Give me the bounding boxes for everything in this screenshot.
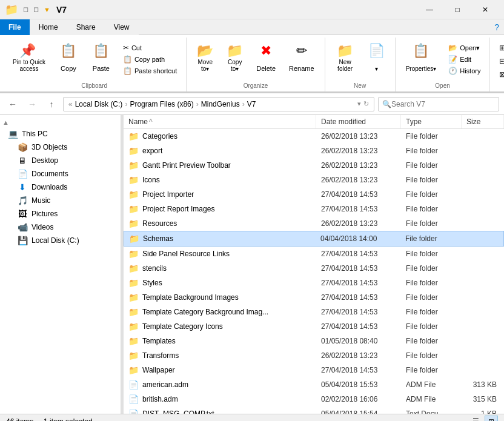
- sidebar-item-downloads[interactable]: ⬇ Downloads: [0, 181, 121, 194]
- paste-button[interactable]: 📋 Paste: [86, 40, 116, 75]
- help-button[interactable]: ?: [489, 19, 504, 35]
- sidebar-item-videos[interactable]: 📹 Videos: [0, 220, 121, 234]
- file-name: Styles: [142, 279, 162, 287]
- copy-button[interactable]: 📋 Copy: [53, 40, 84, 75]
- desktop-icon: 🖥: [17, 156, 28, 165]
- table-row[interactable]: 📁 Transforms 26/02/2018 13:23 File folde…: [124, 348, 504, 363]
- invert-icon: ⊠: [499, 70, 504, 79]
- breadcrumb-mindgenius: MindGenius: [201, 100, 240, 108]
- copy-path-icon: 📋: [123, 55, 132, 64]
- table-row[interactable]: 📄 DIST_MSG_COMP.txt 05/04/2018 15:54 Tex…: [124, 406, 504, 414]
- file-type-cell: File folder: [401, 292, 462, 303]
- sidebar-item-documents[interactable]: 📄 Documents: [0, 167, 121, 181]
- col-header-name[interactable]: Name ^: [124, 115, 316, 128]
- maximize-button[interactable]: □: [443, 0, 471, 19]
- table-row[interactable]: 📁 Gantt Print Preview Toolbar 26/02/2018…: [124, 158, 504, 173]
- table-row[interactable]: 📁 Wallpaper 27/04/2018 14:53 File folder: [124, 363, 504, 377]
- rename-button[interactable]: ✏ Rename: [284, 40, 320, 75]
- file-name: Gantt Print Preview Toolbar: [142, 161, 231, 170]
- open-label: Open: [400, 80, 485, 89]
- copy-icon: 📋: [60, 43, 76, 59]
- tiles-view-button[interactable]: ⊞: [485, 416, 498, 422]
- properties-button[interactable]: 📋 Properties▾: [400, 40, 442, 75]
- sidebar-item-pictures[interactable]: 🖼 Pictures: [0, 207, 121, 220]
- table-row[interactable]: 📁 Styles 27/04/2018 14:53 File folder: [124, 276, 504, 290]
- file-date-cell: 27/04/2018 14:53: [316, 321, 401, 332]
- tab-home[interactable]: Home: [30, 19, 67, 35]
- folder-icon: 📁: [128, 161, 139, 170]
- move-to-button[interactable]: 📂 Moveto▾: [191, 40, 219, 75]
- sidebar-item-this-pc[interactable]: 💻 This PC: [0, 127, 121, 141]
- table-row[interactable]: 📁 Project Report Images 27/04/2018 14:53…: [124, 202, 504, 216]
- cut-button[interactable]: ✂ Cut: [119, 42, 181, 53]
- tab-view[interactable]: View: [105, 19, 139, 35]
- open-button[interactable]: 📂 Open▾: [444, 42, 485, 53]
- close-button[interactable]: ✕: [471, 0, 499, 19]
- select-none-button[interactable]: ⊟ Select none: [495, 56, 504, 67]
- ribbon-content: 📌 Pin to Quickaccess 📋 Copy 📋 Paste: [0, 35, 504, 93]
- file-type-cell: ADM File: [401, 379, 462, 390]
- invert-selection-button[interactable]: ⊠ Invert selection: [495, 69, 504, 80]
- table-row[interactable]: 📁 export 26/02/2018 13:23 File folder: [124, 144, 504, 158]
- table-row[interactable]: 📄 british.adm 02/02/2018 16:06 ADM File …: [124, 392, 504, 406]
- table-row[interactable]: 📄 american.adm 05/04/2018 15:53 ADM File…: [124, 377, 504, 392]
- edit-button[interactable]: 📝 Edit: [444, 54, 485, 65]
- title-icon-2: ◻: [33, 5, 39, 13]
- pin-icon: 📌: [19, 43, 39, 59]
- select-label: Select: [495, 80, 504, 89]
- table-row[interactable]: 📁 Template Background Images 27/04/2018 …: [124, 290, 504, 305]
- file-name: stencils: [142, 264, 167, 273]
- file-date-cell: 02/02/2018 16:06: [316, 394, 401, 405]
- file-name: Templates: [142, 337, 176, 345]
- col-header-date[interactable]: Date modified: [316, 115, 401, 128]
- search-box: 🔍: [378, 97, 499, 111]
- table-row[interactable]: 📁 Project Importer 27/04/2018 14:53 File…: [124, 187, 504, 202]
- copy-path-button[interactable]: 📋 Copy path: [119, 54, 181, 65]
- select-all-button[interactable]: ⊞ Select all: [495, 42, 504, 53]
- search-input[interactable]: [391, 100, 495, 108]
- forward-button[interactable]: →: [24, 96, 40, 112]
- file-date-cell: 26/02/2018 13:23: [316, 218, 401, 229]
- folder-icon: 📁: [129, 234, 139, 244]
- table-row[interactable]: 📁 Resources 26/02/2018 13:23 File folder: [124, 216, 504, 231]
- details-view-button[interactable]: ☰: [469, 416, 482, 422]
- tab-file[interactable]: File: [0, 19, 30, 35]
- breadcrumb[interactable]: « Local Disk (C:) › Program Files (x86) …: [63, 97, 374, 111]
- new-folder-button[interactable]: 📁 Newfolder: [330, 40, 360, 75]
- file-date-cell: 27/04/2018 14:53: [316, 263, 401, 274]
- copy-label: Copy: [61, 65, 76, 72]
- new-item-icon: 📄: [368, 43, 385, 59]
- file-name-cell: 📁 Resources: [124, 217, 316, 230]
- table-row[interactable]: 📁 Templates 01/05/2018 08:40 File folder: [124, 334, 504, 348]
- breadcrumb-dropdown[interactable]: ▾: [357, 100, 361, 108]
- refresh-icon[interactable]: ↻: [363, 100, 369, 108]
- copy-to-button[interactable]: 📁 Copyto▾: [221, 40, 248, 75]
- history-button[interactable]: 🕐 History: [444, 65, 485, 76]
- pin-to-quick-access-button[interactable]: 📌 Pin to Quickaccess: [7, 40, 51, 75]
- sidebar-item-music[interactable]: 🎵 Music: [0, 194, 121, 207]
- file-name: Side Panel Resource Links: [142, 250, 230, 258]
- sidebar-item-3d-objects[interactable]: 📦 3D Objects: [0, 141, 121, 154]
- table-row[interactable]: 📁 Categories 26/02/2018 13:23 File folde…: [124, 129, 504, 144]
- tab-share[interactable]: Share: [67, 19, 105, 35]
- new-item-button[interactable]: 📄 ▾: [363, 40, 390, 75]
- sidebar-item-local-disk[interactable]: 💾 Local Disk (C:): [0, 234, 121, 247]
- videos-label: Videos: [31, 223, 116, 231]
- table-row[interactable]: 📁 stencils 27/04/2018 14:53 File folder: [124, 261, 504, 276]
- table-row[interactable]: 📁 Icons 26/02/2018 13:23 File folder: [124, 173, 504, 187]
- new-folder-icon: 📁: [337, 43, 353, 59]
- organize-group: 📂 Moveto▾ 📁 Copyto▾ ✖ Delete ✏ Rename: [187, 38, 325, 91]
- minimize-button[interactable]: —: [416, 0, 443, 19]
- col-header-size[interactable]: Size: [462, 115, 504, 128]
- sidebar-item-desktop[interactable]: 🖥 Desktop: [0, 154, 121, 167]
- paste-shortcut-button[interactable]: 📋 Paste shortcut: [119, 65, 181, 76]
- table-row[interactable]: 📁 Template Category Background Imag... 2…: [124, 305, 504, 319]
- delete-button[interactable]: ✖ Delete: [251, 40, 281, 75]
- table-row[interactable]: 📁 Template Category Icons 27/04/2018 14:…: [124, 319, 504, 334]
- table-row[interactable]: 📁 Schemas 04/04/2018 14:00 File folder: [124, 231, 504, 247]
- file-list-header: Name ^ Date modified Type Size: [124, 115, 504, 129]
- back-button[interactable]: ←: [5, 96, 21, 112]
- table-row[interactable]: 📁 Side Panel Resource Links 27/04/2018 1…: [124, 247, 504, 261]
- col-header-type[interactable]: Type: [401, 115, 462, 128]
- up-button[interactable]: ↑: [44, 96, 59, 112]
